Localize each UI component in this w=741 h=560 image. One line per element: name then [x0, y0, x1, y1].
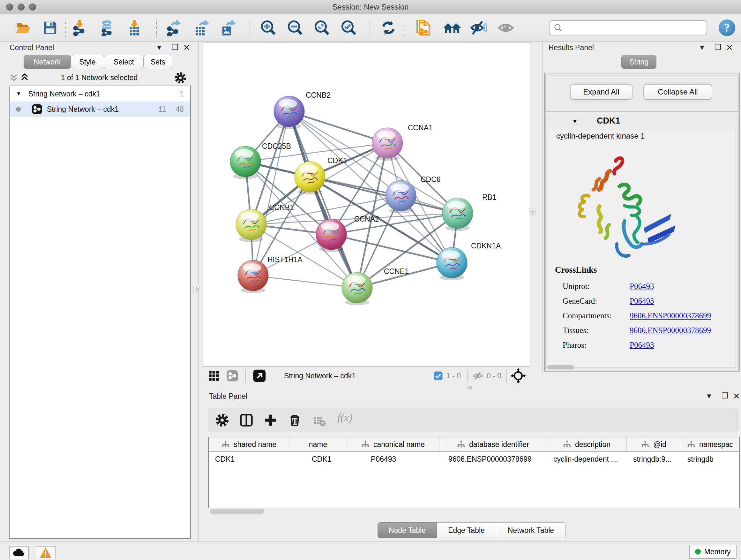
- eye-icon: [497, 19, 514, 36]
- delete-table-button[interactable]: [313, 415, 326, 428]
- gene-collapse-icon[interactable]: ▼: [572, 118, 578, 125]
- grid-view-button[interactable]: [208, 370, 220, 382]
- network-node-CCNB1[interactable]: [236, 209, 266, 240]
- results-panel-close-icon[interactable]: ✕: [726, 43, 733, 53]
- table-panel-close-icon[interactable]: ✕: [733, 391, 740, 401]
- cell-id: stringdb:9...: [627, 455, 681, 463]
- network-node-CCNB2[interactable]: [274, 96, 305, 127]
- crosslink-pharos-link[interactable]: P06493: [630, 338, 711, 353]
- apply-function-button[interactable]: f(x): [337, 412, 352, 424]
- open-session-button[interactable]: [14, 18, 32, 37]
- right-splitter-handle[interactable]: [529, 208, 536, 214]
- share-document-button[interactable]: [415, 18, 433, 37]
- string-network-icon: [31, 104, 43, 115]
- network-node-CCNE1[interactable]: [342, 272, 373, 303]
- tab-network[interactable]: Network: [23, 55, 71, 69]
- column-label: namespac: [699, 440, 733, 449]
- add-column-button[interactable]: [263, 413, 278, 428]
- hide-unhide-button[interactable]: [469, 18, 488, 37]
- export-image-button[interactable]: [218, 18, 237, 37]
- table-panel-menu-icon[interactable]: ▼: [705, 392, 713, 400]
- table-horizontal-scrollbar[interactable]: [210, 509, 264, 514]
- network-options-gear-icon[interactable]: [174, 71, 187, 84]
- collection-expand-icon[interactable]: ▼: [16, 91, 21, 97]
- import-table-button[interactable]: [125, 18, 144, 37]
- network-thumbnail-button[interactable]: [226, 370, 239, 382]
- column-header-name[interactable]: name: [289, 437, 347, 451]
- delete-column-button[interactable]: [287, 413, 302, 428]
- results-panel-scrollbar[interactable]: [547, 365, 574, 369]
- tab-string[interactable]: String: [621, 55, 657, 69]
- network-node-CDKN1A[interactable]: [436, 247, 467, 278]
- table-panel-float-icon[interactable]: ❐: [722, 391, 729, 400]
- column-header-namespace[interactable]: namespac: [681, 437, 739, 451]
- export-network-button[interactable]: [165, 18, 183, 37]
- show-columns-button[interactable]: [239, 413, 254, 428]
- tab-string-label: String: [629, 58, 649, 66]
- crosslink-uniprot-link[interactable]: P06493: [630, 279, 711, 294]
- results-panel-menu-icon[interactable]: ▼: [698, 44, 705, 52]
- network-edge-HIST1H1A-CCNE1[interactable]: [253, 275, 357, 288]
- control-panel-menu-icon[interactable]: ▼: [156, 44, 163, 52]
- network-node-label-CDC25B: CDC25B: [262, 142, 291, 150]
- hidden-eye-icon[interactable]: [473, 371, 483, 381]
- refresh-button[interactable]: [379, 18, 398, 37]
- horizontal-splitter-handle[interactable]: [467, 386, 472, 389]
- warning-button[interactable]: [36, 546, 56, 559]
- tab-edge-table[interactable]: Edge Table: [437, 522, 496, 538]
- tab-edge-table-label: Edge Table: [448, 526, 485, 535]
- save-session-button[interactable]: [41, 18, 59, 37]
- column-header-shared-name[interactable]: shared name: [209, 437, 289, 451]
- network-node-HIST1H1A[interactable]: [238, 260, 268, 291]
- tab-node-table[interactable]: Node Table: [378, 522, 437, 538]
- crosslink-compartments-link[interactable]: 9606.ENSP00000378699: [630, 308, 711, 323]
- zoom-fit-button[interactable]: [313, 18, 331, 37]
- tab-network-table[interactable]: Network Table: [496, 522, 566, 538]
- zoom-out-button[interactable]: [286, 18, 305, 37]
- expand-all-button[interactable]: Expand All: [570, 84, 632, 100]
- column-header-description[interactable]: description: [547, 437, 627, 451]
- zoom-in-button[interactable]: [259, 18, 278, 37]
- import-database-button[interactable]: [98, 18, 116, 37]
- home-view-button[interactable]: [443, 18, 461, 37]
- table-settings-button[interactable]: [215, 413, 229, 428]
- control-panel-float-icon[interactable]: ❐: [172, 43, 179, 52]
- memory-button[interactable]: Memory: [689, 545, 737, 559]
- show-graphics-button[interactable]: [496, 18, 515, 37]
- network-node-CCNA2[interactable]: [316, 219, 347, 250]
- network-row[interactable]: String Network – cdk1 11 48: [10, 102, 190, 117]
- column-header-id[interactable]: @id: [627, 437, 681, 451]
- toolbar-search-field[interactable]: [549, 20, 707, 36]
- tab-style[interactable]: Style: [71, 55, 104, 69]
- network-view-canvas[interactable]: CCNB2CCNA1CDC25BCDK1CDC6RB1CCNB1CCNA2CDK…: [203, 43, 530, 367]
- tab-select[interactable]: Select: [104, 55, 144, 69]
- network-node-CCNA1[interactable]: [372, 128, 403, 159]
- crosslink-tissues-link[interactable]: 9606.ENSP00000378699: [630, 323, 711, 338]
- network-node-CDK1[interactable]: [294, 162, 325, 192]
- column-header-canonical-name[interactable]: canonical name: [347, 437, 440, 451]
- collapse-all-button[interactable]: Collapse All: [643, 84, 712, 100]
- column-header-database-identifier[interactable]: database identifier: [440, 437, 547, 451]
- control-panel-close-icon[interactable]: ✕: [183, 43, 190, 53]
- network-node-CDC25B[interactable]: [230, 146, 261, 177]
- help-button[interactable]: ?: [719, 19, 735, 36]
- trash-icon: [287, 413, 302, 428]
- results-panel-float-icon[interactable]: ❐: [715, 43, 722, 52]
- table-row[interactable]: CDK1 CDK1 P06493 9606.ENSP00000378699 cy…: [209, 452, 739, 466]
- crosslink-genecard-link[interactable]: P06493: [630, 294, 711, 308]
- left-splitter-handle[interactable]: [193, 286, 200, 293]
- selected-checkbox-icon[interactable]: [433, 371, 443, 381]
- cloud-button[interactable]: [9, 546, 29, 559]
- control-panel: Control Panel ▼ ❐ ✕ Network Style Select…: [0, 42, 199, 542]
- network-canvas-svg[interactable]: CCNB2CCNA1CDC25BCDK1CDC6RB1CCNB1CCNA2CDK…: [203, 43, 531, 367]
- network-node-CDC6[interactable]: [386, 180, 416, 211]
- network-collection-row[interactable]: ▼ String Network – cdk1 1: [10, 86, 190, 102]
- birds-eye-toggle-icon[interactable]: [511, 368, 526, 383]
- detach-view-button[interactable]: [253, 369, 266, 382]
- tab-sets[interactable]: Sets: [144, 55, 172, 69]
- import-network-button[interactable]: [71, 18, 89, 37]
- search-input[interactable]: [565, 23, 703, 32]
- export-table-button[interactable]: [192, 18, 210, 37]
- network-node-RB1[interactable]: [442, 198, 473, 229]
- zoom-selected-button[interactable]: [340, 18, 358, 37]
